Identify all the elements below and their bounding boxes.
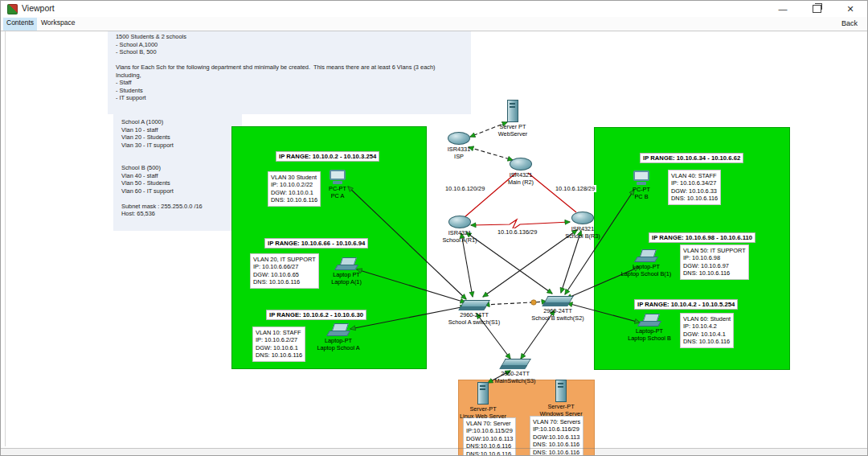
laptop-icon [636,249,657,262]
vlan20-box: VLAN 20, IT SUPPORT IP: 10.10.6.66/27 DG… [250,253,319,289]
title-bar: Viewport — ✕ [1,1,867,17]
ip-range-vlan30: IP RANGE: 10.10.0.2 - 10.10.3.254 [276,151,379,162]
device-laptop-a1[interactable]: Laptop PT Laptop A(1) [310,257,383,286]
server-icon [507,100,518,122]
device-isp-router[interactable]: ISR4331 ISP [423,132,495,161]
switch-icon [499,359,531,369]
window-title: Viewport [22,3,55,13]
restore-icon[interactable] [800,1,833,17]
back-button[interactable]: Back [841,19,858,27]
pc-icon [633,170,650,185]
server-icon [555,380,567,402]
device-linux-web-server[interactable]: Server-PT Linux Web Server [447,382,519,421]
bottom-strip [1,449,867,455]
close-icon[interactable]: ✕ [833,1,867,17]
vlan60-box: VLAN 60: Student IP: 10.10.4.2 DGW: 10.1… [680,313,734,348]
requirements-note: 1500 Students & 2 schools - School A,100… [108,31,471,114]
ip-range-vlan60: IP RANGE: 10.10.4.2 - 10.10.5.254 [634,299,738,310]
app-icon [7,4,18,14]
device-laptop-school-a[interactable]: Laptop-PT Laptop School A [302,323,375,352]
device-pc-b[interactable]: PC-PT PC B [605,170,678,201]
ip-range-vlan50: IP RANGE: 10.10.6.98 - 10.10.6.110 [649,232,755,243]
device-s1-switch[interactable]: 2960-24TT School A switch(S1) [438,300,510,327]
minimize-icon[interactable]: — [766,1,800,17]
router-icon [448,216,471,228]
tab-bar: Contents Workspace Back [1,17,867,31]
switch-icon [458,300,490,310]
router-icon [448,132,470,145]
left-border [5,31,6,446]
topology-canvas: 1500 Students & 2 schools - School A,100… [1,31,867,455]
device-laptop-school-b1[interactable]: Laptop-PT Laptop School B(1) [610,249,682,278]
device-main-r2-router[interactable]: ISR4321 Main (R2) [485,158,557,187]
viewport-window: Viewport — ✕ Contents Workspace Back 150… [0,0,868,456]
vlan70-windows-box: VLAN 70: Servers IP:10.10.6.116/29 DGW:1… [530,416,583,455]
vlan70-linux-box: VLAN 70: Server IP:10.10.6.115/29 DGW:10… [463,417,516,455]
laptop-icon [639,314,660,327]
ip-range-vlan10: IP RANGE: 10.10.6.2 - 10.10.6.30 [266,310,366,320]
device-school-b-r3-router[interactable]: ISR4321 School B(R3) [547,212,619,240]
laptop-icon [336,257,357,270]
subnet-label-r2-r3: 10.10.6.128/29 [554,185,596,192]
device-pc-a[interactable]: PC-PT PC A [301,170,374,200]
vlan-plan-note: School A (1000) Vlan 10 - staff Vlan 20 … [113,113,242,231]
device-laptop-school-b[interactable]: Laptop-PT Laptop School B [613,314,686,343]
router-icon [571,212,594,224]
device-school-a-r1-router[interactable]: ISR4321 School A(R1) [424,216,496,244]
vlan50-box: VLAN 50: IT SUPPORT IP: 10.10.6.98 DGW: … [680,244,749,280]
window-controls: — ✕ [766,1,867,17]
ip-range-vlan20: IP RANGE: 10.10.6.66 - 10.10.6.94 [264,238,368,249]
ip-range-vlan40: IP RANGE: 10.10.6.34 - 10.10.6.62 [640,153,743,163]
switch-icon [542,296,574,306]
tab-contents[interactable]: Contents [3,18,37,31]
subnet-label-r2-r1: 10.10.6.120/29 [444,185,486,192]
subnet-label-r1-r3: 10.10.6.136/29 [496,228,538,236]
pc-icon [329,170,346,184]
device-s2-switch[interactable]: 2960-24TT School B switch(S2) [522,296,594,322]
tab-workspace[interactable]: Workspace [38,18,78,31]
laptop-icon [328,323,349,336]
vlan10-box: VLAN 10: STAFF IP: 10.10.6.2/27 DGW: 10.… [252,327,305,362]
canvas-bottom-line [1,448,867,449]
router-icon [510,158,532,170]
device-windows-server[interactable]: Server-PT Windows Server [525,380,597,418]
server-icon [477,382,489,405]
